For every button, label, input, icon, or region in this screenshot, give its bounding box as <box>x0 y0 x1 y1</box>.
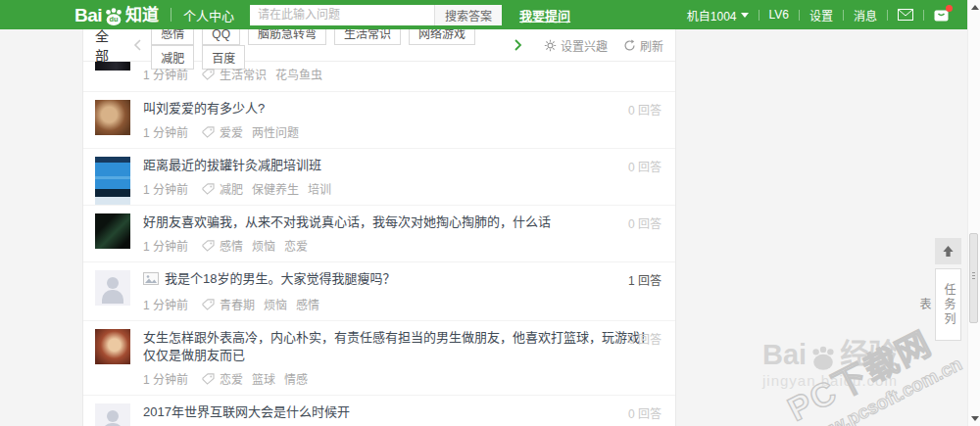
question-meta: 1 分钟前爱爱两性问题 <box>143 123 663 140</box>
chevron-down-icon <box>741 13 749 18</box>
question-tag-link[interactable]: 两性问题 <box>252 123 299 140</box>
question-meta: 1 分钟前生活常识花鸟鱼虫 <box>143 66 663 82</box>
tag-icon <box>202 126 215 138</box>
question-time: 1 分钟前 <box>143 237 188 254</box>
watermark-paw-icon <box>808 345 838 371</box>
shop-bag-icon[interactable] <box>934 8 949 22</box>
question-tag-link[interactable]: 培训 <box>308 180 331 197</box>
question-tag-link[interactable]: 减肥 <box>220 180 243 197</box>
tag-icon <box>202 240 215 252</box>
question-meta: 1 分钟前恋爱篮球情感 <box>143 370 663 387</box>
tab-all[interactable]: 全部 <box>95 25 118 65</box>
question-tag-link[interactable]: 情感 <box>284 370 308 387</box>
scrollbar-thumb[interactable] <box>969 233 978 323</box>
scroll-left-icon[interactable] <box>133 39 141 51</box>
messages-link[interactable]: 消息 <box>854 7 877 24</box>
settings-link[interactable]: 设置 <box>809 7 833 24</box>
arrow-up-icon <box>942 245 955 258</box>
notification-dot <box>946 5 953 12</box>
scroll-right-icon[interactable] <box>514 39 522 51</box>
question-tag-link[interactable]: 感情 <box>296 296 319 312</box>
personal-center-link[interactable]: 个人中心 <box>183 6 234 24</box>
set-interest-label: 设置兴趣 <box>561 37 608 54</box>
question-avatar[interactable] <box>95 270 130 306</box>
divider <box>923 10 924 21</box>
search-input[interactable] <box>250 5 434 25</box>
refresh-button[interactable]: 刷新 <box>623 37 663 54</box>
question-tag-link[interactable]: 花鸟鱼虫 <box>275 66 322 82</box>
refresh-icon <box>623 39 636 52</box>
watermark-bai-text: Bai <box>762 341 807 369</box>
divider <box>799 10 800 21</box>
question-title[interactable]: 距离最近的拔罐针灸减肥培训班 <box>143 157 653 174</box>
search-box: 搜索答案 <box>250 5 502 25</box>
question-tag-link[interactable]: 恋爱 <box>220 370 243 387</box>
question-avatar[interactable] <box>95 403 130 426</box>
question-avatar[interactable] <box>95 213 130 249</box>
question-avatar[interactable] <box>95 100 130 135</box>
set-interest-button[interactable]: 设置兴趣 <box>544 37 608 54</box>
question-row: 2017年世界互联网大会是什么时候开1 分钟前互联网网络0 回答 <box>83 395 675 426</box>
scrollbar-up-arrow-icon[interactable] <box>971 5 979 10</box>
baidu-zhidao-logo[interactable]: Bai du 知道 <box>74 6 159 24</box>
mail-icon[interactable] <box>898 9 913 21</box>
ask-question-link[interactable]: 我要提问 <box>519 6 570 24</box>
question-time: 1 分钟前 <box>143 370 188 387</box>
question-avatar[interactable] <box>95 157 130 206</box>
refresh-label: 刷新 <box>640 37 663 54</box>
question-avatar[interactable] <box>95 62 130 71</box>
question-meta: 1 分钟前青春期烦恼感情 <box>143 296 663 312</box>
answer-count: 0 回答 <box>628 330 662 347</box>
divider <box>759 10 760 21</box>
question-title[interactable]: 我是个18岁的男生。大家觉得我腿瘦吗？ <box>143 270 653 290</box>
question-avatar[interactable] <box>95 329 130 364</box>
question-title[interactable]: 女生怎样跟外表高冷，内心朴实，有责任感有担当的男生做朋友，他喜欢打篮球，玩游戏！… <box>143 329 653 364</box>
task-list-panel[interactable]: 任务列表 <box>935 268 961 341</box>
baidu-paw-icon: du <box>103 7 124 26</box>
logo-text-zhidao: 知道 <box>125 7 159 24</box>
question-row: 1 分钟前生活常识花鸟鱼虫 <box>83 62 675 91</box>
user-level-link[interactable]: LV6 <box>769 8 789 22</box>
question-row: 女生怎样跟外表高冷，内心朴实，有责任感有担当的男生做朋友，他喜欢打篮球，玩游戏！… <box>83 320 675 395</box>
question-title-text: 距离最近的拔罐针灸减肥培训班 <box>143 158 321 172</box>
question-tag-link[interactable]: 篮球 <box>252 370 275 387</box>
image-attachment-icon <box>143 272 159 290</box>
watermark: Bai 经验 jingyan.baidu.com PC下载网 www.pcsof… <box>762 341 980 389</box>
question-meta: 1 分钟前感情烦恼恋爱 <box>143 237 663 254</box>
header-user-area: 机自1004 LV6 设置 消息 <box>687 0 949 29</box>
question-tag-link[interactable]: 青春期 <box>220 296 255 312</box>
question-time: 1 分钟前 <box>143 296 188 312</box>
username-dropdown[interactable]: 机自1004 <box>687 7 749 24</box>
question-title-text: 好朋友喜欢骗我，从来不对我说真心话，我每次对她掏心掏肺的，什么话 <box>143 214 551 229</box>
question-tag-link[interactable]: 烦恼 <box>264 296 287 312</box>
divider <box>887 10 888 21</box>
question-tag-link[interactable]: 生活常识 <box>220 66 267 82</box>
question-tag-link[interactable]: 感情 <box>220 237 243 254</box>
category-tabbar: 全部 感情QQ脑筋急转弯生活常识网络游戏减肥百度 设置兴趣 刷新 <box>83 29 675 62</box>
search-answers-button[interactable]: 搜索答案 <box>434 5 502 25</box>
scrollbar-down-arrow-icon[interactable] <box>971 416 979 421</box>
question-tag-link[interactable]: 爱爱 <box>220 123 243 140</box>
header: Bai du 知道 个人中心 搜索答案 我要提问 机自1004 LV6 设置 消… <box>0 0 980 29</box>
question-tag-link[interactable]: 恋爱 <box>284 237 308 254</box>
answer-count: 1 回答 <box>628 271 662 288</box>
question-row: 距离最近的拔罐针灸减肥培训班1 分钟前减肥保健养生培训0 回答 <box>83 148 675 205</box>
svg-text:du: du <box>110 15 119 24</box>
gear-icon <box>544 39 557 52</box>
answer-count: 0 回答 <box>628 404 662 421</box>
question-time: 1 分钟前 <box>143 180 188 197</box>
question-title[interactable]: 好朋友喜欢骗我，从来不对我说真心话，我每次对她掏心掏肺的，什么话 <box>143 213 653 231</box>
tag-icon <box>202 373 215 385</box>
question-tag-link[interactable]: 保健养生 <box>252 180 299 197</box>
watermark-baidu-logo: Bai 经验 <box>762 341 980 369</box>
logo-text-bai: Bai <box>74 6 102 24</box>
watermark-pcsite-url: www.pcsoft.com.cn <box>801 354 965 426</box>
back-to-top-button[interactable] <box>935 238 961 264</box>
question-tag-link[interactable]: 烦恼 <box>252 237 275 254</box>
page-scrollbar[interactable] <box>967 0 980 426</box>
question-title[interactable]: 2017年世界互联网大会是什么时候开 <box>143 403 653 421</box>
question-title[interactable]: 叫刘爱爱的有多少人? <box>143 100 653 118</box>
question-title-text: 我是个18岁的男生。大家觉得我腿瘦吗？ <box>165 271 395 286</box>
header-divider <box>171 8 172 22</box>
question-title-text: 叫刘爱爱的有多少人? <box>143 101 265 116</box>
